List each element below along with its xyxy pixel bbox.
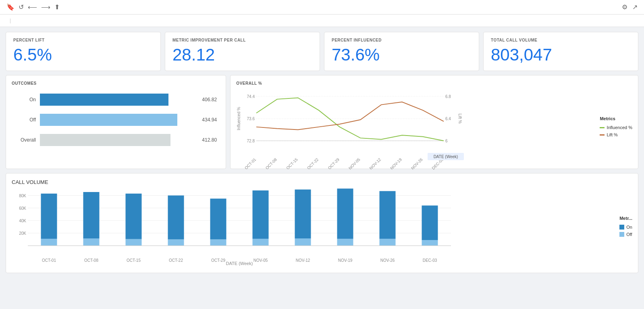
callvol-bar-off xyxy=(168,239,184,246)
kpi-metric-improvement-value: 28.12 xyxy=(172,46,312,63)
off-legend-label: Off xyxy=(626,232,632,237)
callvol-x-label: DATE (Week) xyxy=(226,261,253,266)
legend-influenced: Influenced % xyxy=(600,125,632,130)
callvol-legend: Metr... On Off xyxy=(618,185,632,267)
bar-row-off: Off 434.94 xyxy=(16,114,220,126)
share-icon[interactable]: ⬆ xyxy=(54,3,60,11)
filter-bar: | xyxy=(0,15,644,27)
influenced-line xyxy=(256,98,444,141)
overall-svg: 72.873.674.466.46.8OCT-01OCT-08OCT-15OCT… xyxy=(236,90,462,163)
callvol-bar-off xyxy=(295,238,311,246)
callvol-bar-on xyxy=(126,194,142,239)
x-tick: OCT-22 xyxy=(306,157,320,170)
influenced-legend-label: Influenced % xyxy=(607,125,632,130)
callvol-y-tick: 80K xyxy=(19,194,26,198)
callvol-y-tick: 60K xyxy=(19,206,26,211)
callvol-legend-on: On xyxy=(619,225,632,230)
kpi-percent-lift-title: PERCENT LIFT xyxy=(13,38,153,42)
callvol-x-tick: OCT-01 xyxy=(42,258,56,263)
filter-divider: | xyxy=(10,18,11,23)
y-left-tick: 74.4 xyxy=(247,94,255,99)
overall-pct-title: OVERALL % xyxy=(236,81,632,86)
call-volume-card: CALL VOLUME 20K40K60K80KOCT-01OCT-08OCT-… xyxy=(6,173,638,273)
callvol-bar-off xyxy=(41,239,57,246)
overall-pct-card: OVERALL % 72.873.674.466.46.8OCT-01OCT-0… xyxy=(230,75,638,169)
callvol-bar-off xyxy=(126,239,142,246)
bar-fill xyxy=(40,114,177,126)
kpi-total-call-volume-title: TOTAL CALL VOLUME xyxy=(491,38,631,42)
x-tick: OCT-01 xyxy=(244,157,257,170)
toolbar-right-icons: ⚙ ↗ xyxy=(622,3,638,11)
overall-legend: Metrics Influenced % Lift % xyxy=(600,90,632,163)
callvol-x-tick: OCT-08 xyxy=(84,258,98,263)
toolbar: 🔖 ↺ ⟵ ⟶ ⬆ ⚙ ↗ xyxy=(0,0,644,15)
callvol-x-tick: NOV-26 xyxy=(380,258,395,263)
toolbar-left-icons: 🔖 ↺ ⟵ ⟶ ⬆ xyxy=(6,3,60,11)
bar-fill xyxy=(40,134,170,146)
off-legend-dot xyxy=(619,232,624,237)
x-tick: OCT-29 xyxy=(327,157,341,170)
kpi-percent-lift-value: 6.5% xyxy=(13,46,153,63)
filter-icon[interactable]: ⚙ xyxy=(622,3,627,11)
kpi-metric-improvement: METRIC IMPROVEMENT PER CALL 28.12 xyxy=(165,32,320,71)
on-legend-label: On xyxy=(626,225,632,230)
callvol-bar-on xyxy=(337,188,353,238)
overall-legend-title: Metrics xyxy=(600,116,632,121)
kpi-row: PERCENT LIFT 6.5% METRIC IMPROVEMENT PER… xyxy=(6,32,638,71)
x-tick: OCT-15 xyxy=(286,157,299,170)
y-left-label: Influenced % xyxy=(237,107,241,130)
callvol-bar-off xyxy=(210,239,226,246)
bar-value: 412.80 xyxy=(202,137,220,143)
callvol-x-tick: OCT-15 xyxy=(127,258,141,263)
y-left-tick: 72.8 xyxy=(247,139,255,143)
callvol-bar-off xyxy=(337,239,353,246)
middle-row: OUTCOMES On 406.82 Off 434.94 Overall 41… xyxy=(6,75,638,169)
kpi-percent-lift: PERCENT LIFT 6.5% xyxy=(6,32,161,71)
bookmark-icon[interactable]: 🔖 xyxy=(6,3,15,11)
y-right-tick: 6 xyxy=(445,139,448,143)
x-tick: NOV-05 xyxy=(348,157,361,170)
call-volume-title: CALL VOLUME xyxy=(12,179,632,185)
outcomes-chart: On 406.82 Off 434.94 Overall 412.80 xyxy=(12,90,220,146)
callvol-x-tick: NOV-12 xyxy=(296,258,310,263)
x-tick: NOV-26 xyxy=(410,157,424,170)
callvol-x-tick: DEC-03 xyxy=(423,258,437,263)
x-tick: NOV-12 xyxy=(369,157,382,170)
bar-label: Overall xyxy=(16,137,36,143)
callvol-chart: 20K40K60K80KOCT-01OCT-08OCT-15OCT-22OCT-… xyxy=(12,185,614,267)
redo-icon[interactable]: ⟶ xyxy=(41,3,50,11)
history-icon[interactable]: ↺ xyxy=(19,3,24,11)
bar-track xyxy=(40,114,198,126)
overall-chart-area: 72.873.674.466.46.8OCT-01OCT-08OCT-15OCT… xyxy=(236,90,632,163)
influenced-legend-dot xyxy=(600,127,605,128)
undo-icon[interactable]: ⟵ xyxy=(28,3,37,11)
x-tick: OCT-08 xyxy=(265,157,278,170)
callvol-bar-off xyxy=(253,239,269,246)
bar-label: Off xyxy=(16,117,36,123)
callvol-y-tick: 20K xyxy=(19,231,26,236)
callvol-bar-on xyxy=(83,192,100,238)
callvol-legend-off: Off xyxy=(619,232,632,237)
export-icon[interactable]: ↗ xyxy=(632,3,638,11)
outcomes-card: OUTCOMES On 406.82 Off 434.94 Overall 41… xyxy=(6,75,226,169)
kpi-percent-influenced-value: 73.6% xyxy=(332,46,472,63)
callvol-bar-on xyxy=(168,196,184,240)
callvol-svg: 20K40K60K80KOCT-01OCT-08OCT-15OCT-22OCT-… xyxy=(12,185,455,266)
callvol-bar-on xyxy=(422,205,438,240)
x-tick: NOV-19 xyxy=(390,157,403,170)
lift-legend-dot xyxy=(600,134,605,136)
y-right-tick: 6.8 xyxy=(445,94,451,99)
bar-value: 406.82 xyxy=(202,97,220,102)
bar-row-overall: Overall 412.80 xyxy=(16,134,220,146)
bar-fill xyxy=(40,94,168,106)
bar-label: On xyxy=(16,97,36,102)
callvol-y-tick: 40K xyxy=(19,219,26,223)
kpi-percent-influenced-title: PERCENT INFLUENCED xyxy=(332,38,472,42)
y-left-tick: 73.6 xyxy=(247,117,255,121)
callvol-x-tick: NOV-19 xyxy=(338,258,353,263)
on-legend-dot xyxy=(619,225,624,230)
callvol-legend-title: Metr... xyxy=(619,216,632,221)
callvol-bar-on xyxy=(380,191,396,239)
callvol-bar-off xyxy=(83,238,100,246)
callvol-bar-on xyxy=(210,198,226,239)
